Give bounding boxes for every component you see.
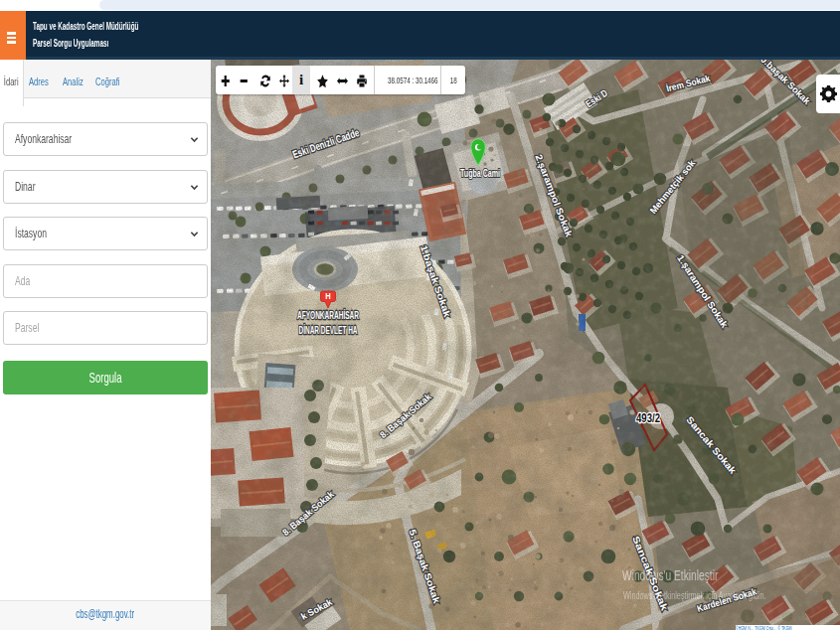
svg-text:DİNAR DEVLET HA: DİNAR DEVLET HA	[299, 324, 358, 336]
svg-text:AFYONKARAHİSAR: AFYONKARAHİSAR	[297, 309, 359, 321]
svg-text:Tuğba Cami: Tuğba Cami	[460, 167, 500, 179]
svg-text:493/2: 493/2	[636, 411, 660, 425]
svg-text:H: H	[325, 291, 331, 301]
